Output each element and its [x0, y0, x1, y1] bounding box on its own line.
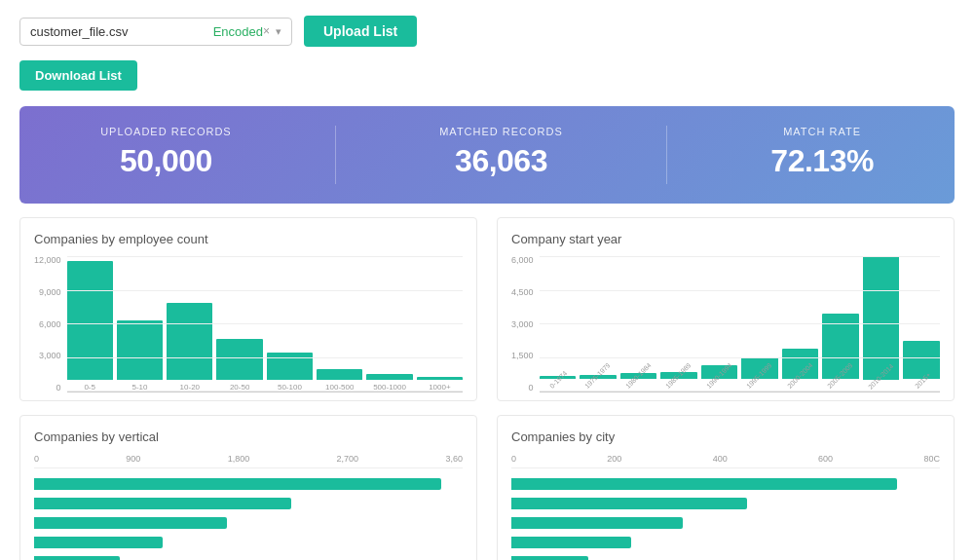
axis-label: 600: [818, 454, 833, 464]
h-bar-row: [511, 515, 940, 531]
bar-col: 10-20: [167, 256, 212, 392]
bar: [267, 353, 313, 380]
axis-label: 2,700: [337, 454, 359, 464]
h-bar-row: [34, 554, 463, 560]
h-bar-row: [511, 554, 940, 560]
clear-icon[interactable]: ×: [263, 24, 270, 38]
uploaded-records-stat: UPLOADED RECORDS 50,000: [100, 126, 232, 184]
y-axis-label: 6,000: [511, 256, 534, 265]
city-axis: 020040060080C: [511, 454, 940, 464]
y-axis-label: 0: [34, 384, 61, 392]
bar: [903, 341, 940, 379]
bar-label: 0-1974: [548, 370, 568, 390]
bar-col: 1975-1979: [580, 256, 617, 392]
h-bar: [511, 478, 897, 490]
bar-col: 1000+: [417, 256, 463, 392]
vertical-axis: 09001,8002,7003,60: [34, 454, 463, 464]
filename-text: customer_file.csv: [30, 24, 209, 39]
bar: [366, 374, 412, 380]
h-bar-row: [511, 476, 940, 492]
h-bar-row: [511, 496, 940, 511]
h-bar-row: [34, 515, 463, 531]
bar-col: 500-1000: [366, 256, 412, 392]
employee-count-chart: Companies by employee count 12,0009,0006…: [19, 217, 477, 401]
h-bar: [511, 498, 747, 509]
start-year-chart: Company start year 6,0004,5003,0001,5000…: [497, 217, 955, 401]
bar-col: 1990-1994: [701, 256, 738, 392]
y-axis-label: 12,000: [34, 256, 61, 265]
stat-divider-1: [335, 126, 336, 184]
h-bar: [511, 517, 683, 529]
bar: [417, 377, 463, 380]
bar-col: 20-50: [216, 256, 262, 392]
h-bar: [34, 498, 291, 509]
matched-records-label: MATCHED RECORDS: [439, 126, 563, 137]
bar-col: 100-500: [317, 256, 362, 392]
h-bar-row: [34, 535, 463, 550]
top-bar: customer_file.csv Encoded × ▾ Upload Lis…: [19, 16, 955, 47]
bar-col: 1980-1984: [620, 256, 657, 392]
axis-label: 400: [713, 454, 728, 464]
match-rate-stat: MATCH RATE 72.13%: [770, 126, 874, 184]
bar: [117, 320, 163, 380]
bar-col: 2015+: [903, 256, 940, 392]
h-bar: [511, 556, 588, 560]
bar-col: 0-1974: [540, 256, 577, 392]
city-title: Companies by city: [511, 429, 940, 444]
h-bar-row: [511, 535, 940, 550]
bar-label: 0-5: [84, 383, 95, 392]
h-bar: [34, 517, 227, 529]
bar-col: 2005-2009: [822, 256, 859, 392]
bar: [317, 369, 362, 380]
h-bar: [34, 537, 163, 548]
x-axis-line: [67, 392, 463, 392]
bar-col: 50-100: [267, 256, 313, 392]
employee-count-y-axis: 12,0009,0006,0003,0000: [34, 256, 61, 392]
h-bar-row: [34, 496, 463, 511]
axis-label: 3,60: [445, 454, 463, 464]
vertical-bars: [34, 476, 463, 560]
bar-label: 50-100: [278, 383, 302, 392]
stat-divider-2: [666, 126, 667, 184]
y-axis-label: 3,000: [511, 320, 534, 329]
city-chart: Companies by city 020040060080C: [497, 415, 955, 560]
bar-label: 20-50: [230, 383, 249, 392]
match-rate-value: 72.13%: [770, 143, 874, 179]
employee-count-chart-area: 12,0009,0006,0003,0000 0-55-1010-2020-50…: [34, 256, 463, 392]
employee-count-title: Companies by employee count: [34, 232, 463, 246]
bar-col: 0-5: [67, 256, 113, 392]
vertical-chart: Companies by vertical 09001,8002,7003,60: [19, 415, 477, 560]
matched-records-value: 36,063: [439, 143, 563, 179]
y-axis-label: 3,000: [34, 352, 61, 360]
file-input-container[interactable]: customer_file.csv Encoded × ▾: [19, 18, 292, 46]
vertical-axis-line: [34, 467, 463, 468]
h-bar: [511, 537, 631, 548]
uploaded-records-value: 50,000: [100, 143, 232, 179]
bar-col: 1985-1989: [660, 256, 697, 392]
bar: [216, 339, 262, 380]
h-bar: [34, 478, 441, 490]
start-year-bars: 0-19741975-19791980-19841985-19891990-19…: [540, 256, 940, 392]
start-year-title: Company start year: [511, 232, 940, 246]
bar-col: 1995-1999: [741, 256, 778, 392]
charts-row-1: Companies by employee count 12,0009,0006…: [19, 217, 955, 401]
bar-col: 2000-2004: [782, 256, 819, 392]
bar-label: 5-10: [131, 383, 147, 392]
download-button[interactable]: Download List: [19, 60, 137, 91]
upload-button[interactable]: Upload List: [304, 16, 417, 47]
bar-label: 500-1000: [373, 383, 406, 392]
axis-label: 0: [34, 454, 39, 464]
bar: [863, 256, 900, 380]
chevron-down-icon[interactable]: ▾: [276, 25, 281, 38]
matched-records-stat: MATCHED RECORDS 36,063: [439, 126, 563, 184]
y-axis-label: 4,500: [511, 288, 534, 297]
uploaded-records-label: UPLOADED RECORDS: [100, 126, 232, 137]
bar-label: 100-500: [325, 383, 354, 392]
start-year-chart-area: 6,0004,5003,0001,5000 0-19741975-1979198…: [511, 256, 940, 392]
h-bar: [34, 556, 120, 560]
axis-label: 900: [126, 454, 140, 464]
x-axis-line-year: [540, 392, 940, 392]
bar-col: 5-10: [117, 256, 163, 392]
page-wrapper: customer_file.csv Encoded × ▾ Upload Lis…: [0, 0, 974, 560]
bar-col: 2010-2014: [863, 256, 900, 392]
